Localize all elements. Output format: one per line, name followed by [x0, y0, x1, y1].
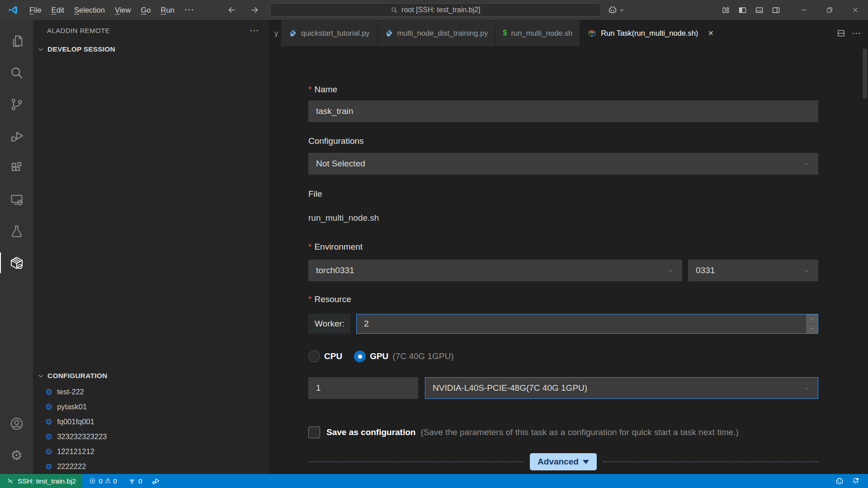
menu-run[interactable]: Run [156, 4, 179, 17]
activity-source-control[interactable] [0, 89, 33, 120]
editor-scrollbar[interactable] [863, 49, 867, 99]
sidebar-title: ALADDIN REMOTE [47, 27, 110, 34]
config-item[interactable]: ⚙2222222 [33, 459, 269, 474]
activity-extensions[interactable] [0, 152, 33, 184]
tab-label: run_multi_node.sh [511, 29, 572, 38]
required-asterisk: * [308, 294, 311, 304]
environment-version-select[interactable]: 0331 [688, 260, 818, 281]
gpu-count-input[interactable]: 1 [308, 377, 418, 399]
gpu-type-select[interactable]: NVIDIA-L40S-PCIE-48G(7C 40G 1GPU) [425, 377, 818, 399]
nav-forward-icon[interactable] [246, 3, 263, 17]
vscode-window: File Edit Selection View Go Run ··· root… [0, 0, 868, 488]
menu-selection[interactable]: Selection [69, 4, 110, 17]
copilot-status[interactable] [831, 474, 848, 488]
section-develop-session[interactable]: DEVELOP SESSION [33, 41, 269, 58]
tab-quickstart-tutorial[interactable]: quickstart_tutorial.py [281, 20, 377, 46]
activity-settings[interactable]: ⚙ [0, 440, 33, 471]
menu-edit[interactable]: Edit [47, 4, 69, 17]
editor-more-icon[interactable]: ··· [852, 29, 862, 37]
chevron-down-icon [803, 160, 811, 168]
environment-value: torch0331 [316, 265, 354, 275]
develop-session-body [33, 58, 269, 367]
save-as-configuration-checkbox[interactable] [308, 426, 320, 438]
nav-back-icon[interactable] [224, 3, 240, 17]
python-icon [385, 29, 393, 38]
advanced-label: Advanced [538, 457, 579, 467]
divider-line [603, 461, 818, 462]
config-item[interactable]: ⚙fq001fq001 [33, 414, 269, 429]
activity-explorer[interactable] [0, 25, 33, 57]
gpu-radio[interactable] [354, 351, 366, 362]
configurations-label: Configurations [308, 136, 818, 147]
aladdin-icon [587, 28, 597, 38]
error-count: 0 [99, 477, 103, 485]
config-item-label: 323232323223 [57, 432, 107, 441]
section-configuration[interactable]: CONFIGURATION [33, 367, 269, 384]
tab-run-multi-node-sh[interactable]: $ run_multi_node.sh [495, 20, 580, 46]
resource-label: * Resource [308, 294, 818, 305]
activity-run-debug[interactable] [0, 120, 33, 152]
worker-spinner [806, 314, 818, 333]
close-button[interactable] [842, 0, 868, 20]
spinner-down-icon[interactable] [806, 324, 818, 334]
toggle-panel-button[interactable] [751, 3, 768, 18]
menu-more-icon[interactable]: ··· [179, 6, 200, 14]
worker-count-input[interactable]: 2 [356, 314, 818, 334]
bell-icon [851, 477, 860, 485]
toggle-sidebar-button[interactable] [734, 3, 751, 18]
activity-accounts[interactable] [0, 408, 33, 440]
config-item[interactable]: ⚙122121212 [33, 444, 269, 459]
tab-label: quickstart_tutorial.py [301, 29, 369, 38]
worker-label: Worker: [308, 314, 350, 334]
menu-go[interactable]: Go [136, 4, 156, 17]
menu-file[interactable]: File [24, 4, 47, 17]
spinner-up-icon[interactable] [806, 314, 818, 324]
ports-indicator[interactable]: 0 [124, 474, 146, 488]
problems-indicator[interactable]: 0 ⚠ 0 [85, 474, 121, 488]
branch-icon [9, 97, 24, 112]
aladdin-cube-icon [9, 255, 25, 271]
caret-down-icon [583, 460, 589, 464]
advanced-button[interactable]: Advanced [530, 453, 597, 470]
tab-multi-node-dist-training[interactable]: multi_node_dist_training.py [377, 20, 496, 46]
name-input[interactable] [308, 100, 818, 122]
notifications-bell[interactable] [848, 474, 863, 488]
tab-label: multi_node_dist_training.py [397, 29, 488, 38]
file-label: File [308, 189, 818, 199]
restore-button[interactable] [816, 0, 842, 20]
tab-run-task[interactable]: Run Task(run_multi_node.sh) ✕ [580, 20, 723, 46]
error-icon [89, 477, 96, 485]
close-icon[interactable]: ✕ [706, 28, 715, 38]
tab-partial[interactable]: y [270, 20, 281, 46]
gear-icon: ⚙ [45, 403, 52, 411]
configurations-select[interactable]: Not Selected [308, 153, 818, 175]
command-center-search[interactable]: root [SSH: test_train.bj2] [270, 3, 601, 17]
title-bar: File Edit Selection View Go Run ··· root… [0, 0, 868, 20]
sidebar-more-icon[interactable]: ··· [250, 27, 259, 34]
config-item[interactable]: ⚙test-222 [33, 384, 269, 399]
menu-view[interactable]: View [110, 4, 136, 17]
copilot-icon [608, 5, 618, 15]
activity-aladdin[interactable] [0, 247, 33, 279]
toggle-secondary-sidebar-button[interactable] [768, 3, 784, 18]
customize-layout-button[interactable] [717, 3, 734, 18]
split-editor-icon[interactable] [833, 26, 849, 41]
copilot-menu-button[interactable] [608, 5, 625, 15]
gear-icon: ⚙ [45, 448, 52, 456]
environment-select[interactable]: torch0331 [308, 260, 682, 281]
environment-label: * Environment [308, 242, 818, 252]
divider-line [308, 461, 524, 462]
activity-remote-explorer[interactable] [0, 184, 33, 215]
config-item[interactable]: ⚙pytask01 [33, 399, 269, 414]
activity-testing[interactable] [0, 215, 33, 247]
required-asterisk: * [308, 242, 311, 252]
activity-search[interactable] [0, 57, 33, 89]
cpu-radio[interactable] [308, 351, 320, 362]
copilot-icon [835, 477, 844, 486]
broadcast-icon [128, 477, 136, 485]
config-item[interactable]: ⚙323232323223 [33, 429, 269, 444]
debug-indicator[interactable] [148, 474, 164, 488]
remote-indicator[interactable]: SSH: test_train.bj2 [0, 474, 82, 488]
debug-icon [151, 477, 160, 485]
minimize-button[interactable] [791, 0, 816, 20]
